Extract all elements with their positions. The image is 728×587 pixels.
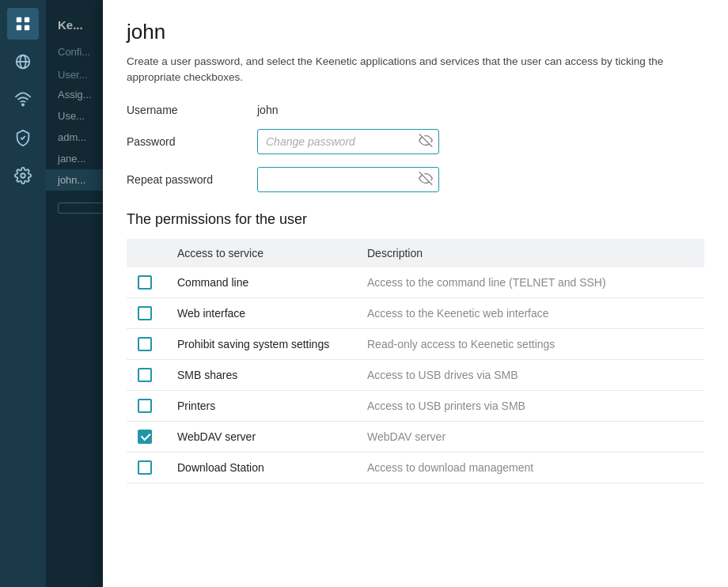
sidebar-icon-grid[interactable] — [7, 8, 39, 40]
svg-point-7 — [22, 104, 24, 105]
username-label: Username — [127, 104, 257, 116]
permission-label: SMB shares — [166, 359, 356, 390]
user-edit-modal: john Create a user password, and select … — [103, 0, 728, 587]
table-row: Web interfaceAccess to the Keenetic web … — [127, 297, 704, 328]
sidebar-icon-wifi[interactable] — [7, 84, 39, 116]
col-header-check — [127, 239, 166, 267]
background-content: Ke... Confi... User... Assig... Use... a… — [46, 0, 728, 587]
username-value: john — [257, 104, 278, 116]
sidebar-icon-shield[interactable] — [7, 122, 39, 153]
svg-rect-2 — [17, 25, 21, 30]
permission-label: Web interface — [166, 297, 356, 328]
sidebar-icon-gear[interactable] — [7, 160, 39, 191]
password-row: Password — [127, 129, 704, 154]
table-row: PrintersAccess to USB printers via SMB — [127, 390, 704, 421]
repeat-password-input[interactable] — [257, 167, 439, 192]
repeat-password-row: Repeat password — [127, 167, 704, 192]
sidebar-icon-globe[interactable] — [7, 46, 39, 78]
permission-description: Access to download management — [356, 452, 704, 483]
sidebar — [0, 0, 46, 587]
table-header-row: Access to service Description — [127, 239, 704, 267]
permission-label: Download Station — [166, 452, 356, 483]
table-row: SMB sharesAccess to USB drives via SMB — [127, 359, 704, 390]
permissions-title: The permissions for the user — [127, 211, 704, 228]
svg-rect-3 — [25, 25, 29, 30]
repeat-password-toggle-icon[interactable] — [419, 171, 433, 187]
repeat-password-input-wrap — [257, 167, 439, 192]
permission-description: Read-only access to Keenetic settings — [356, 328, 704, 359]
table-row: Download StationAccess to download manag… — [127, 452, 704, 483]
permissions-table: Access to service Description Command li… — [127, 239, 704, 483]
permission-checkbox-4[interactable] — [138, 399, 152, 413]
svg-rect-0 — [17, 17, 21, 22]
col-header-description: Description — [356, 239, 704, 267]
permission-description: Access to USB drives via SMB — [356, 359, 704, 390]
repeat-password-label: Repeat password — [127, 173, 257, 186]
permission-checkbox-5[interactable] — [138, 430, 152, 444]
modal-description: Create a user password, and select the K… — [127, 54, 704, 86]
permission-description: Access to the Keenetic web interface — [356, 297, 704, 328]
permission-checkbox-0[interactable] — [138, 275, 152, 290]
permission-description: Access to USB printers via SMB — [356, 390, 704, 421]
modal-overlay: john Create a user password, and select … — [46, 0, 728, 587]
svg-rect-1 — [25, 17, 29, 22]
permission-label: Command line — [166, 267, 356, 298]
modal-title: john — [127, 20, 704, 44]
password-input-wrap — [257, 129, 439, 154]
permission-description: Access to the command line (TELNET and S… — [356, 267, 704, 298]
permission-label: WebDAV server — [166, 421, 356, 452]
permission-checkbox-6[interactable] — [138, 460, 152, 475]
table-row: Command lineAccess to the command line (… — [127, 267, 704, 298]
table-row: WebDAV serverWebDAV server — [127, 421, 704, 452]
password-input[interactable] — [257, 129, 439, 154]
permission-label: Prohibit saving system settings — [166, 328, 356, 359]
password-label: Password — [127, 135, 257, 148]
permission-checkbox-2[interactable] — [138, 337, 152, 351]
col-header-service: Access to service — [166, 239, 356, 267]
table-row: Prohibit saving system settingsRead-only… — [127, 328, 704, 359]
permission-checkbox-3[interactable] — [138, 368, 152, 382]
permission-checkbox-1[interactable] — [138, 306, 152, 320]
permission-description: WebDAV server — [356, 421, 704, 452]
permission-label: Printers — [166, 390, 356, 421]
svg-point-8 — [21, 173, 25, 178]
username-row: Username john — [127, 104, 704, 116]
password-toggle-icon[interactable] — [419, 133, 433, 150]
